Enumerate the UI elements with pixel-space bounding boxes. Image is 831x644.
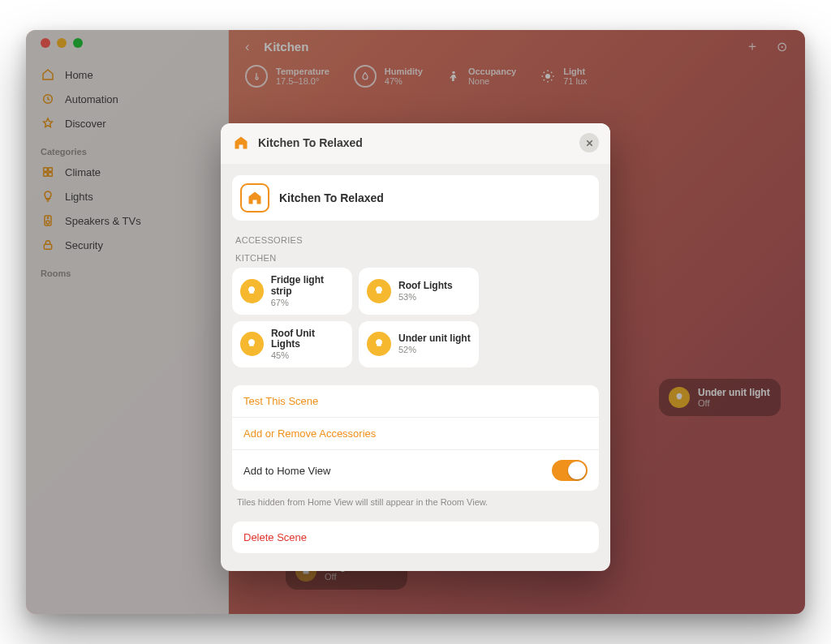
house-icon xyxy=(240,183,269,213)
add-to-home-view-label: Add to Home View xyxy=(243,465,330,477)
test-scene-button[interactable]: Test This Scene xyxy=(232,385,599,417)
add-to-home-view-row: Add to Home View xyxy=(232,449,599,491)
home-view-hint: Tiles hidden from Home View will still a… xyxy=(232,491,599,510)
delete-scene-button[interactable]: Delete Scene xyxy=(232,522,599,553)
scene-name-row[interactable]: Kitchen To Relaxed xyxy=(232,175,599,221)
accessory-tile[interactable]: Fridge light strip67% xyxy=(232,268,352,315)
bulb-icon xyxy=(367,332,391,356)
accessory-tile[interactable]: Under unit light52% xyxy=(359,321,479,368)
bulb-icon xyxy=(240,279,264,303)
scene-options-list: Test This Scene Add or Remove Accessorie… xyxy=(232,385,599,491)
app-window: Home Automation Discover Categories Clim… xyxy=(26,30,805,614)
scene-settings-modal: Kitchen To Relaxed Kitchen To Relaxed AC… xyxy=(221,123,610,571)
scene-name-label: Kitchen To Relaxed xyxy=(279,191,384,204)
accessory-tile[interactable]: Roof Unit Lights45% xyxy=(232,321,352,368)
modal-body: Kitchen To Relaxed ACCESSORIES KITCHEN F… xyxy=(221,164,610,571)
modal-title: Kitchen To Relaxed xyxy=(258,136,571,149)
add-remove-accessories-button[interactable]: Add or Remove Accessories xyxy=(232,417,599,449)
accessories-grid: Fridge light strip67% Roof Lights53% Roo… xyxy=(232,268,599,367)
delete-scene-block: Delete Scene xyxy=(232,522,599,553)
close-button[interactable] xyxy=(579,133,599,152)
accessory-tile[interactable]: Roof Lights53% xyxy=(359,268,479,315)
bulb-icon xyxy=(367,279,391,303)
add-to-home-view-toggle[interactable] xyxy=(552,460,588,481)
modal-header: Kitchen To Relaxed xyxy=(221,123,610,164)
accessories-header: ACCESSORIES xyxy=(232,221,599,250)
house-icon xyxy=(232,134,250,152)
room-subheader: KITCHEN xyxy=(232,250,599,268)
bulb-icon xyxy=(240,332,264,356)
